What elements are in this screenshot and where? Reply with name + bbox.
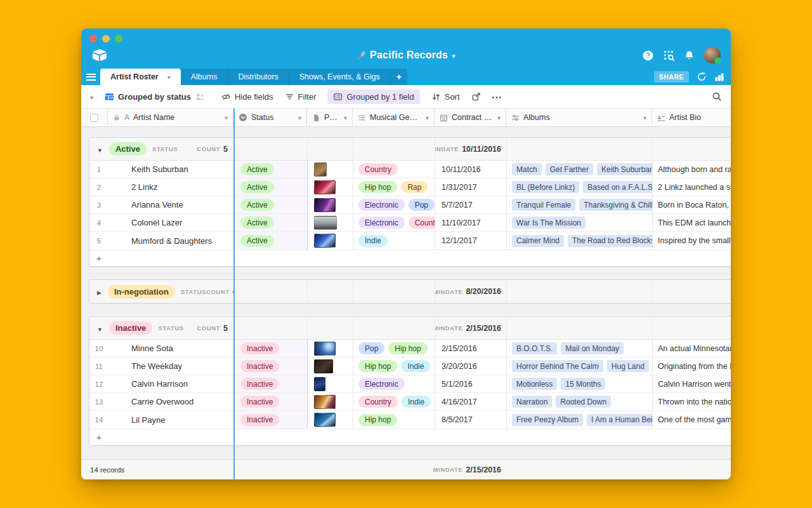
photo-cell[interactable] xyxy=(308,358,353,375)
column-menu-caret-icon[interactable] xyxy=(426,113,429,122)
group-value-pill[interactable]: Inactive xyxy=(109,321,152,335)
albums-cell[interactable]: Horror Behind The CalmHug Land xyxy=(507,358,653,375)
tab-shows-events-gigs[interactable]: Shows, Events, & Gigs xyxy=(289,69,391,85)
add-row-button[interactable] xyxy=(89,250,731,266)
bio-cell[interactable]: Calvin Harrison went f xyxy=(653,375,731,392)
column-menu-caret-icon[interactable] xyxy=(497,113,501,122)
bio-cell[interactable]: Although born and rais xyxy=(653,161,731,178)
status-cell[interactable]: Active xyxy=(234,161,308,178)
column-menu-caret-icon[interactable] xyxy=(298,113,301,122)
base-menu-caret-icon[interactable] xyxy=(448,50,455,60)
albums-cell[interactable]: B.O.O.T.S.Mail on Monday xyxy=(507,340,653,357)
add-table-button[interactable] xyxy=(391,69,407,85)
artist-name-cell[interactable]: Arianna Vente xyxy=(108,196,234,213)
status-cell[interactable]: Inactive xyxy=(234,393,308,410)
tab-albums[interactable]: Albums xyxy=(181,69,228,85)
bio-cell[interactable]: Born in Boca Raton, Fl xyxy=(653,196,731,213)
sort-button[interactable]: Sort xyxy=(431,92,460,102)
tab-distributors[interactable]: Distributors xyxy=(228,69,289,85)
genres-cell[interactable]: Hip hop xyxy=(353,411,435,429)
zoom-window-button[interactable] xyxy=(115,35,122,43)
artist-name-cell[interactable]: Calvin Harrison xyxy=(108,375,234,392)
column-menu-caret-icon[interactable] xyxy=(225,113,228,122)
sidebar-menu-icon[interactable] xyxy=(81,69,100,85)
genres-cell[interactable]: Indie xyxy=(353,232,435,250)
albums-cell[interactable]: Free Peezy AlbumI Am a Human Being xyxy=(507,411,653,429)
group-value-pill[interactable]: In-negotiation xyxy=(108,285,175,298)
column-header-musical-genres[interactable]: Musical Genres xyxy=(353,109,435,126)
column-header-artist-name[interactable]: A Artist Name xyxy=(108,109,233,126)
artist-name-cell[interactable]: Keith Suburban xyxy=(108,161,234,178)
status-cell[interactable]: Active xyxy=(234,214,308,231)
photo-cell[interactable] xyxy=(308,375,353,392)
tab-artist-roster[interactable]: Artist Roster xyxy=(100,69,181,85)
genres-cell[interactable]: ElectronicCountry xyxy=(353,214,435,231)
status-cell[interactable]: Active xyxy=(234,196,308,213)
artist-name-cell[interactable]: Carrie Overwood xyxy=(108,393,234,410)
contract-end-cell[interactable]: 3/20/2016 xyxy=(435,358,507,375)
column-header-albums[interactable]: Albums xyxy=(506,109,652,126)
bio-cell[interactable]: 2 Linkz launched a suc xyxy=(653,178,731,196)
genres-cell[interactable]: Country xyxy=(353,161,435,178)
bio-cell[interactable]: This EDM act launched xyxy=(653,214,731,231)
add-row-button[interactable] xyxy=(89,429,731,445)
contract-end-cell[interactable]: 12/1/2017 xyxy=(435,232,507,250)
genres-cell[interactable]: Electronic xyxy=(353,375,435,392)
artist-name-cell[interactable]: Mumford & Daughters xyxy=(108,232,234,250)
frozen-column-divider[interactable] xyxy=(233,109,235,479)
user-avatar[interactable] xyxy=(704,47,721,64)
view-switcher[interactable]: Grouped by status xyxy=(105,92,205,102)
photo-cell[interactable] xyxy=(308,411,353,429)
minimize-window-button[interactable] xyxy=(102,35,110,43)
albums-cell[interactable]: NarrationRooted Down xyxy=(507,393,653,410)
group-button[interactable]: Grouped by 1 field xyxy=(327,90,419,104)
photo-cell[interactable] xyxy=(308,161,353,178)
search-icon[interactable] xyxy=(712,91,722,102)
contract-end-cell[interactable]: 2/15/2016 xyxy=(435,340,507,357)
albums-cell[interactable]: Motionless15 Months xyxy=(507,375,653,392)
contract-end-cell[interactable]: 8/5/2017 xyxy=(435,411,507,429)
contract-end-cell[interactable]: 5/1/2016 xyxy=(435,375,507,392)
filter-button[interactable]: Filter xyxy=(285,92,317,102)
albums-cell[interactable]: Tranquil FemaleThanksgiving & Chill xyxy=(507,196,653,213)
column-header-status[interactable]: Status xyxy=(233,109,307,126)
photo-cell[interactable] xyxy=(308,232,353,250)
view-stats-icon[interactable] xyxy=(714,72,724,82)
photo-cell[interactable] xyxy=(308,393,353,410)
group-value-pill[interactable]: Active xyxy=(109,142,147,156)
photo-cell[interactable] xyxy=(308,196,353,213)
status-cell[interactable]: Inactive xyxy=(234,375,308,392)
status-cell[interactable]: Active xyxy=(234,178,308,196)
column-header-artist-bio[interactable]: A Artist Bio xyxy=(652,109,731,126)
status-cell[interactable]: Active xyxy=(234,232,308,250)
albums-cell[interactable]: MatchGet FartherKeith Suburban in xyxy=(507,161,653,178)
bio-cell[interactable]: Thrown into the nation xyxy=(653,393,731,410)
hide-fields-button[interactable]: Hide fields xyxy=(221,92,273,102)
view-sidebar-caret-icon[interactable] xyxy=(90,92,93,102)
column-header-contract-end[interactable]: 31 Contract End xyxy=(435,109,506,126)
contract-end-cell[interactable]: 11/10/2017 xyxy=(435,214,507,231)
contract-end-cell[interactable]: 10/11/2016 xyxy=(435,161,507,178)
bio-cell[interactable]: One of the most game xyxy=(653,411,731,429)
genres-cell[interactable]: CountryIndie xyxy=(353,393,435,410)
share-button[interactable]: SHARE xyxy=(654,71,689,83)
more-options-icon[interactable] xyxy=(492,92,503,102)
bio-cell[interactable]: Originating from the B xyxy=(653,358,731,375)
artist-name-cell[interactable]: Minne Sota xyxy=(108,340,234,357)
genres-cell[interactable]: Hip hopIndie xyxy=(353,358,435,375)
history-icon[interactable] xyxy=(697,72,707,82)
albums-cell[interactable]: BL (Before Linkz)Based on a F.A.L.S.E xyxy=(507,178,653,196)
status-cell[interactable]: Inactive xyxy=(234,340,308,357)
genres-cell[interactable]: PopHip hop xyxy=(353,340,435,357)
genres-cell[interactable]: ElectronicPop xyxy=(353,196,435,213)
artist-name-cell[interactable]: Lil Payne xyxy=(108,411,234,429)
collapse-group-caret-icon[interactable] xyxy=(97,144,103,155)
artist-name-cell[interactable]: Colonel Lazer xyxy=(108,214,234,231)
base-title[interactable]: Pacific Records xyxy=(81,50,731,61)
help-icon[interactable]: ? xyxy=(643,50,653,61)
contract-end-cell[interactable]: 4/16/2017 xyxy=(435,393,507,410)
marketplace-grid-search-icon[interactable] xyxy=(663,50,674,61)
close-window-button[interactable] xyxy=(89,35,97,43)
contract-end-cell[interactable]: 5/7/2017 xyxy=(435,196,507,213)
bio-cell[interactable]: An actual Minnesotan, xyxy=(653,340,731,357)
